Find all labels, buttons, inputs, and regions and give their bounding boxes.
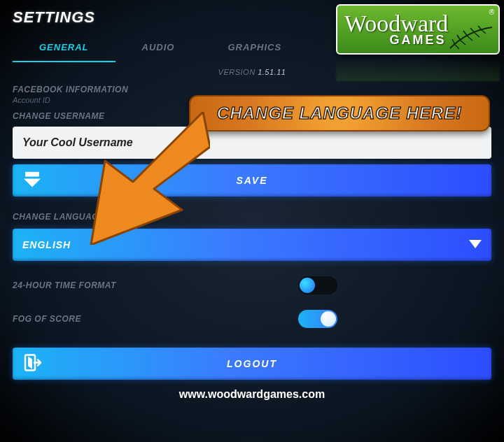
fern-icon (447, 24, 496, 52)
svg-line-13 (482, 30, 486, 34)
time-format-toggle[interactable] (298, 276, 337, 294)
tab-general[interactable]: GENERAL (13, 34, 115, 62)
version-number: 1.51.11 (258, 68, 286, 76)
svg-rect-0 (25, 172, 39, 177)
svg-line-11 (475, 33, 479, 37)
logout-button[interactable]: LOGOUT (13, 348, 491, 380)
svg-marker-1 (24, 179, 41, 187)
language-select[interactable]: ENGLISH (13, 229, 491, 261)
logout-icon (24, 354, 42, 374)
time-format-row: 24-HOUR TIME FORMAT (13, 276, 491, 294)
save-label: SAVE (236, 175, 267, 186)
svg-line-6 (457, 35, 461, 41)
svg-line-5 (455, 45, 459, 49)
language-selected-label: ENGLISH (22, 239, 71, 250)
tab-graphics[interactable]: GRAPHICS (201, 34, 308, 62)
save-icon (24, 172, 41, 190)
chevron-down-icon (469, 239, 482, 250)
svg-line-7 (461, 41, 465, 45)
change-language-heading: CHANGE LANGUAGE (13, 212, 491, 222)
footer-url: www.woodwardgames.com (13, 388, 491, 401)
callout-banner: CHANGE LANGUAGE HERE! (189, 95, 490, 131)
svg-line-4 (452, 39, 455, 45)
svg-line-8 (463, 31, 468, 36)
woodward-games-badge: Woodward GAMES ® (336, 4, 500, 55)
toggle-knob (321, 311, 336, 327)
facebook-heading: FACEBOOK INFORMATION (13, 85, 491, 94)
registered-mark: ® (489, 8, 494, 16)
fog-of-score-row: FOG OF SCORE (13, 310, 491, 328)
badge-reflection (336, 56, 500, 81)
callout-text: CHANGE LANGUAGE HERE! (217, 104, 462, 123)
svg-line-9 (468, 36, 472, 41)
version-prefix: VERSION (218, 68, 255, 76)
tab-audio[interactable]: AUDIO (115, 34, 202, 62)
logout-label: LOGOUT (227, 358, 277, 369)
fog-of-score-label: FOG OF SCORE (13, 314, 81, 324)
toggle-knob (300, 278, 315, 293)
svg-marker-2 (469, 240, 482, 248)
time-format-label: 24-HOUR TIME FORMAT (13, 280, 116, 290)
fog-of-score-toggle[interactable] (298, 310, 337, 328)
save-button[interactable]: SAVE (13, 164, 491, 197)
